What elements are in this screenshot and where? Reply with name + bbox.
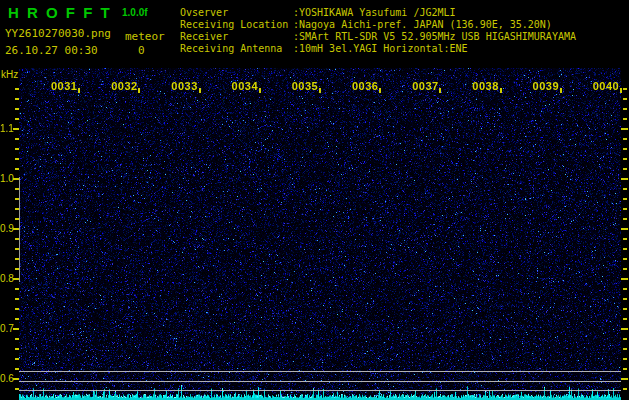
- freq-minor-tick-left: [15, 358, 19, 360]
- time-minute-tick: [439, 88, 441, 93]
- spectrogram-canvas: [19, 68, 621, 400]
- carrier-line: [19, 371, 621, 372]
- freq-minor-tick-left: [15, 98, 19, 100]
- freq-minor-tick-left: [15, 118, 19, 120]
- freq-minor-tick-right: [623, 268, 627, 270]
- freq-tick-label: 0.6: [0, 374, 13, 384]
- observer-info-row: Receiving Location:Nagoya Aichi-pref. JA…: [180, 19, 576, 31]
- freq-tick-label: 1.1: [0, 124, 13, 134]
- observer-info-label: Ovserver: [180, 7, 293, 19]
- hrofft-output: H R O F F T 1.0.0f YY2610270030.png mete…: [0, 0, 629, 400]
- freq-tick-label: 0.8: [0, 274, 13, 284]
- time-minute-tick: [78, 88, 80, 93]
- freq-major-tick-left: [13, 128, 19, 130]
- app-title: H R O F F T: [8, 4, 112, 21]
- mode-label: meteor: [125, 30, 165, 43]
- freq-minor-tick-left: [15, 108, 19, 110]
- freq-minor-tick-left: [15, 308, 19, 310]
- time-tick-label: 0039: [518, 81, 574, 92]
- freq-tick-label: 0.9: [0, 224, 13, 234]
- freq-minor-tick-right: [623, 368, 627, 370]
- freq-minor-tick-right: [623, 338, 627, 340]
- freq-minor-tick-left: [15, 158, 19, 160]
- observer-info-label: Receiver: [180, 31, 293, 43]
- freq-minor-tick-right: [623, 238, 627, 240]
- freq-minor-tick-left: [15, 288, 19, 290]
- freq-minor-tick-left: [15, 138, 19, 140]
- time-tick-label: 0038: [458, 81, 514, 92]
- time-minute-tick: [319, 88, 321, 93]
- time-minute-tick: [138, 88, 140, 93]
- time-tick-label: 0037: [397, 81, 453, 92]
- observer-info-row: Ovserver:YOSHIKAWA Yasufumi /JG2MLI: [180, 7, 576, 19]
- observer-info-value: :10mH 3el.YAGI Horizontal:ENE: [293, 43, 468, 54]
- freq-minor-tick-left: [15, 88, 19, 90]
- freq-major-tick-left: [13, 328, 19, 330]
- observer-info-value: :Nagoya Aichi-pref. JAPAN (136.90E, 35.2…: [293, 19, 552, 30]
- freq-minor-tick-right: [623, 348, 627, 350]
- time-tick-label: 0035: [277, 81, 333, 92]
- freq-minor-tick-right: [623, 138, 627, 140]
- freq-major-tick-right: [621, 378, 628, 380]
- observer-info-value: :YOSHIKAWA Yasufumi /JG2MLI: [293, 7, 456, 18]
- freq-major-tick-left: [13, 378, 19, 380]
- time-minute-tick: [199, 88, 201, 93]
- time-tick-label: 0034: [217, 81, 273, 92]
- observer-info-label: Receiving Antenna: [180, 43, 293, 55]
- freq-minor-tick-right: [623, 218, 627, 220]
- freq-minor-tick-right: [623, 288, 627, 290]
- freq-minor-tick-left: [15, 338, 19, 340]
- freq-major-tick-right: [621, 128, 628, 130]
- time-tick-label: 0036: [337, 81, 393, 92]
- freq-major-tick-right: [621, 178, 628, 180]
- freq-minor-tick-right: [623, 208, 627, 210]
- meteor-count: 0: [138, 44, 145, 57]
- freq-minor-tick-left: [15, 298, 19, 300]
- time-minute-tick: [259, 88, 261, 93]
- frame-datetime: 26.10.27 00:30: [5, 44, 98, 57]
- freq-minor-tick-right: [623, 188, 627, 190]
- freq-axis-unit: kHz: [1, 69, 18, 80]
- freq-tick-label: 1.0: [0, 174, 13, 184]
- time-minute-tick: [500, 88, 502, 93]
- observer-info-row: Receiving Antenna:10mH 3el.YAGI Horizont…: [180, 43, 576, 55]
- freq-minor-tick-left: [15, 368, 19, 370]
- output-filename: YY2610270030.png: [5, 27, 111, 40]
- time-tick-label: 0033: [157, 81, 213, 92]
- time-minute-tick: [620, 88, 622, 93]
- time-tick-label: 0032: [96, 81, 152, 92]
- carrier-line: [19, 390, 621, 391]
- freq-minor-tick-right: [623, 148, 627, 150]
- observer-info-row: Receiver:SMArt RTL-SDR V5 52.905MHz USB …: [180, 31, 576, 43]
- freq-minor-tick-right: [623, 198, 627, 200]
- observer-info-label: Receiving Location: [180, 19, 293, 31]
- app-version: 1.0.0f: [122, 7, 148, 18]
- freq-minor-tick-left: [15, 148, 19, 150]
- freq-minor-tick-right: [623, 298, 627, 300]
- left-edge-marker-line: [19, 177, 20, 282]
- freq-minor-tick-left: [15, 318, 19, 320]
- time-minute-tick: [560, 88, 562, 93]
- freq-major-tick-right: [621, 228, 628, 230]
- freq-minor-tick-right: [623, 118, 627, 120]
- freq-minor-tick-right: [623, 358, 627, 360]
- freq-major-tick-right: [621, 328, 628, 330]
- freq-minor-tick-right: [623, 388, 627, 390]
- freq-minor-tick-right: [623, 168, 627, 170]
- freq-major-tick-right: [621, 278, 628, 280]
- carrier-line: [19, 381, 621, 382]
- time-minute-tick: [379, 88, 381, 93]
- freq-tick-label: 0.7: [0, 324, 13, 334]
- freq-minor-tick-right: [623, 318, 627, 320]
- freq-minor-tick-right: [623, 98, 627, 100]
- freq-minor-tick-right: [623, 308, 627, 310]
- freq-minor-tick-left: [15, 168, 19, 170]
- freq-minor-tick-left: [15, 348, 19, 350]
- freq-minor-tick-right: [623, 248, 627, 250]
- freq-minor-tick-right: [623, 108, 627, 110]
- freq-minor-tick-right: [623, 258, 627, 260]
- observer-info-value: :SMArt RTL-SDR V5 52.905MHz USB HIGASHIM…: [293, 31, 576, 42]
- freq-minor-tick-right: [623, 158, 627, 160]
- observer-info-block: Ovserver:YOSHIKAWA Yasufumi /JG2MLIRecei…: [180, 7, 576, 55]
- time-tick-label: 0031: [36, 81, 92, 92]
